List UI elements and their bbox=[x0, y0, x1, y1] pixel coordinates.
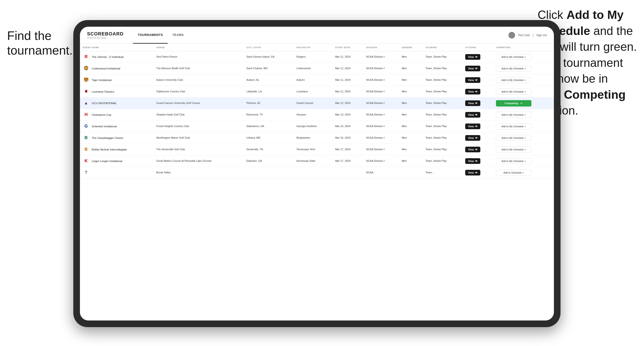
signout-link[interactable]: Sign out bbox=[536, 33, 547, 37]
event-name-text: GCU INVITATIONAL bbox=[92, 101, 117, 105]
venue-cell: Great Waters Course At Reynolds Lake Oco… bbox=[154, 156, 244, 167]
team-logo: B bbox=[83, 135, 90, 141]
venue-cell: Oakbourne Country Club bbox=[154, 86, 244, 98]
event-name-cell: B The Carpetbagger Classic bbox=[80, 132, 154, 144]
event-name-cell: 🐯 Tiger Invitational bbox=[80, 74, 154, 86]
col-competing: COMPETING bbox=[493, 44, 554, 51]
table-container: EVENT NAME VENUE CITY, STATE HOSTED BY S… bbox=[80, 44, 554, 321]
tablet-frame: SCOREBOARD Powered by clippd TOURNAMENTS… bbox=[73, 20, 560, 327]
user-label: Test User bbox=[518, 33, 530, 37]
start-date-cell: Mar 13, 2024 bbox=[332, 109, 363, 121]
city-state-cell: Lafayette, LA bbox=[244, 86, 294, 98]
event-name-cell: G Schenkel Invitational bbox=[80, 121, 154, 132]
competing-button[interactable]: Competing ✓ bbox=[496, 100, 532, 107]
division-cell: NCAA Division I bbox=[363, 98, 399, 109]
nav-tab-tournaments[interactable]: TOURNAMENTS bbox=[133, 27, 168, 44]
add-to-schedule-button[interactable]: Add to My Schedule + bbox=[496, 112, 532, 118]
gender-cell: Men bbox=[399, 51, 423, 63]
competing-cell: Add to My Schedule + bbox=[493, 51, 554, 63]
city-state-cell bbox=[244, 167, 294, 178]
view-button[interactable]: View 👁 bbox=[465, 100, 480, 106]
competing-cell: Add to My Schedule + bbox=[493, 86, 554, 98]
start-date-cell: Mar 11, 2024 bbox=[332, 63, 363, 74]
add-to-schedule-button[interactable]: Add to My Schedule + bbox=[496, 54, 532, 60]
gender-cell: Men bbox=[399, 109, 423, 121]
gender-cell: Men bbox=[399, 121, 423, 132]
view-button[interactable]: View 👁 bbox=[465, 54, 480, 60]
add-to-schedule-button[interactable]: Add to My Schedule + bbox=[496, 147, 532, 153]
add-to-schedule-button[interactable]: Add to My Schedule + bbox=[496, 89, 532, 95]
event-name-cell: K Linger Longer Invitational bbox=[80, 156, 154, 167]
add-to-schedule-button[interactable]: Add to My Schedule + bbox=[496, 135, 532, 141]
team-logo: ▲ bbox=[83, 100, 90, 107]
gender-cell: Men bbox=[399, 98, 423, 109]
city-state-cell: Urbana, MD bbox=[244, 132, 294, 144]
start-date-cell: Mar 11, 2024 bbox=[332, 51, 363, 63]
eye-icon: 👁 bbox=[475, 137, 478, 139]
col-venue: VENUE bbox=[154, 44, 244, 51]
view-button[interactable]: View 👁 bbox=[465, 147, 480, 152]
start-date-cell: Mar 11, 2024 bbox=[332, 74, 363, 86]
add-to-schedule-button[interactable]: Add to My Schedule + bbox=[496, 77, 532, 83]
hosted-by-cell: Auburn bbox=[294, 74, 332, 86]
scoring-cell: Team, Stroke Play bbox=[423, 132, 462, 144]
hosted-by-cell: Houston bbox=[294, 109, 332, 121]
view-button[interactable]: View 👁 bbox=[465, 124, 480, 129]
scoring-cell: Team, bbox=[423, 167, 462, 178]
view-button[interactable]: View 👁 bbox=[465, 89, 480, 94]
division-cell: NCAA Division I bbox=[363, 51, 399, 63]
scoring-cell: Team, Stroke Play bbox=[423, 74, 462, 86]
col-scoring: SCORING bbox=[423, 44, 462, 51]
competing-cell: Add to My Schedule + bbox=[493, 109, 554, 121]
eye-icon: 👁 bbox=[475, 172, 478, 174]
competing-cell: Add to Schedule + bbox=[493, 167, 554, 178]
add-to-schedule-button[interactable]: Add to My Schedule + bbox=[496, 123, 532, 129]
scoring-cell: Team, Stroke Play bbox=[423, 98, 462, 109]
view-button[interactable]: View 👁 bbox=[465, 170, 480, 175]
venue-cell: Sea Palms Resort bbox=[154, 51, 244, 63]
nav-tab-teams[interactable]: TEAMS bbox=[168, 27, 188, 44]
hosted-by-cell: Grand Canyon bbox=[294, 98, 332, 109]
actions-cell: View 👁 bbox=[462, 144, 493, 156]
division-cell: NCAA Division I bbox=[363, 86, 399, 98]
start-date-cell: Mar 11, 2024 bbox=[332, 86, 363, 98]
table-row: 🦁 Lindenwood Invitational The Missouri B… bbox=[80, 63, 554, 74]
view-button[interactable]: View 👁 bbox=[465, 158, 480, 164]
venue-cell: Grand Canyon University Golf Course bbox=[154, 98, 244, 109]
add-to-schedule-button[interactable]: Add to My Schedule + bbox=[496, 65, 532, 72]
logo-area: SCOREBOARD Powered by clippd bbox=[87, 31, 124, 39]
team-logo: H bbox=[83, 112, 90, 118]
competing-cell: Competing ✓ bbox=[493, 98, 554, 109]
team-logo: ⚜ bbox=[83, 88, 90, 95]
view-button[interactable]: View 👁 bbox=[465, 66, 480, 71]
add-to-schedule-button[interactable]: Add to Schedule + bbox=[496, 170, 532, 176]
event-name-cell: H Champions Cup bbox=[80, 109, 154, 121]
division-cell: NCAA bbox=[363, 167, 399, 178]
venue-cell: The Sevierville Golf Club bbox=[154, 144, 244, 156]
event-name-cell: R The Johnnie - O Individual bbox=[80, 51, 154, 63]
event-name-cell: ▲ GCU INVITATIONAL bbox=[80, 98, 154, 109]
event-name-text: The Johnnie - O Individual bbox=[92, 55, 124, 59]
scoring-cell: Team, Stroke Play bbox=[423, 144, 462, 156]
app-logo-sub: Powered by clippd bbox=[87, 37, 124, 39]
hosted-by-cell: Georgia Southern bbox=[294, 121, 332, 132]
venue-cell: Auburn University Club bbox=[154, 74, 244, 86]
check-icon: ✓ bbox=[520, 102, 523, 105]
table-row: R The Johnnie - O Individual Sea Palms R… bbox=[80, 51, 554, 63]
col-division: DIVISION bbox=[363, 44, 399, 51]
view-button[interactable]: View 👁 bbox=[465, 77, 480, 83]
table-row: B The Carpetbagger Classic Worthington M… bbox=[80, 132, 554, 144]
start-date-cell: Mar 12, 2024 bbox=[332, 98, 363, 109]
competing-cell: Add to My Schedule + bbox=[493, 132, 554, 144]
view-button[interactable]: View 👁 bbox=[465, 112, 480, 118]
gender-cell: Men bbox=[399, 156, 423, 167]
view-button[interactable]: View 👁 bbox=[465, 135, 480, 141]
actions-cell: View 👁 bbox=[462, 156, 493, 167]
add-to-schedule-button[interactable]: Add to My Schedule + bbox=[496, 158, 532, 164]
start-date-cell: Mar 16, 2024 bbox=[332, 132, 363, 144]
actions-cell: View 👁 bbox=[462, 167, 493, 178]
table-row: ? Brook ValleyNCAATeam,View 👁Add to Sche… bbox=[80, 167, 554, 178]
start-date-cell: Mar 15, 2024 bbox=[332, 121, 363, 132]
city-state-cell: Phoenix, AZ bbox=[244, 98, 294, 109]
actions-cell: View 👁 bbox=[462, 109, 493, 121]
